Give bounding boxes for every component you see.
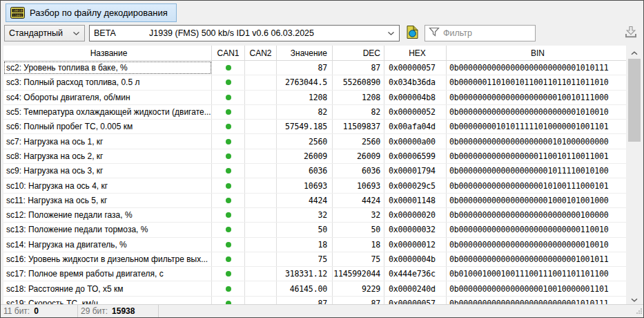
chevron-down-icon <box>67 31 80 36</box>
can1-indicator <box>212 105 245 119</box>
filter-box <box>425 25 536 41</box>
cell-value: 75 <box>277 252 333 266</box>
can2-indicator <box>245 267 277 281</box>
cell-dec: 18 <box>333 238 384 252</box>
cell-name: sc10: Нагрузка на ось 4, кг <box>3 178 212 192</box>
cell-hex: 0x00000032 <box>384 223 447 236</box>
cell-hex: 0x000029c5 <box>384 178 447 192</box>
col-header-value[interactable]: Значение <box>277 46 333 60</box>
scroll-up-button[interactable] <box>627 46 642 57</box>
scroll-down-button[interactable] <box>627 292 642 304</box>
green-dot-icon <box>226 212 231 218</box>
cell-dec: 82 <box>333 105 384 119</box>
green-dot-icon <box>226 286 231 292</box>
table-area: Название CAN1 CAN2 Значение DEC HEX BIN … <box>3 46 642 304</box>
table-row[interactable]: sc17: Полное время работы двигателя, с31… <box>3 267 626 281</box>
green-dot-icon <box>226 80 231 85</box>
cell-hex: 0x00001148 <box>384 194 447 207</box>
green-dot-icon <box>226 65 231 71</box>
can2-indicator <box>245 164 277 178</box>
can2-indicator <box>245 91 277 104</box>
col-header-hex[interactable]: HEX <box>384 46 447 60</box>
scrollbar-track[interactable] <box>627 57 642 292</box>
can1-indicator <box>212 223 245 236</box>
green-dot-icon <box>226 198 231 203</box>
col-header-bin[interactable]: BIN <box>447 46 626 60</box>
cell-name: sc8: Нагрузка на ось 2, кг <box>3 149 212 163</box>
resize-grip-icon[interactable] <box>635 307 643 317</box>
green-dot-icon <box>226 271 231 277</box>
cell-value: 1208 <box>277 91 333 104</box>
cell-hex: 0x000004b8 <box>384 91 447 104</box>
export-button[interactable] <box>623 25 639 41</box>
cell-value: 87 <box>277 61 333 75</box>
profile-select[interactable]: Стандартный <box>4 25 85 41</box>
table-row[interactable]: sc2: Уровень топлива в баке, %87870x0000… <box>3 61 626 75</box>
can1-indicator <box>212 61 245 75</box>
tab-bar: 10010 11001 Разбор по файлу декодировани… <box>1 1 643 22</box>
table-row[interactable]: sc4: Обороты двигателя, об/мин120812080x… <box>3 91 626 105</box>
cell-bin: 0b00000000000000000000000001010111 <box>447 297 626 304</box>
decoder-select[interactable]: BETA J1939 (FMS) 500 kb/s ID1 v0.6 06.03… <box>89 25 400 41</box>
profile-select-value: Стандартный <box>9 28 63 38</box>
cell-hex: 0x00000057 <box>384 61 447 75</box>
col-header-can1[interactable]: CAN1 <box>212 46 245 60</box>
cell-name: sc14: Нагрузка на двигатель, % <box>3 238 212 252</box>
col-header-can2[interactable]: CAN2 <box>245 46 277 60</box>
cell-hex: 0x00001794 <box>384 164 447 178</box>
cell-hex: 0x00afa04d <box>384 120 447 133</box>
chevron-down-icon <box>631 292 638 305</box>
green-dot-icon <box>226 95 231 100</box>
can2-indicator <box>245 149 277 163</box>
can1-indicator <box>212 267 245 281</box>
filter-input[interactable] <box>443 28 532 38</box>
cell-dec: 75 <box>333 252 384 266</box>
file-record-icon <box>406 25 419 42</box>
vertical-scrollbar <box>627 46 642 304</box>
cell-bin: 0b00000000000000000000000001010010 <box>447 105 626 119</box>
cell-dec: 4424 <box>333 194 384 207</box>
cell-bin: 0b00000000000000000000010010111000 <box>447 91 626 104</box>
tab-decode-file[interactable]: 10010 11001 Разбор по файлу декодировани… <box>6 3 177 22</box>
can1-indicator <box>212 281 245 295</box>
cell-value: 2763044.5 <box>277 75 333 89</box>
cell-hex: 0x00000012 <box>384 238 447 252</box>
table-row[interactable]: sc9: Нагрузка на ось 3, кг603660360x0000… <box>3 164 626 178</box>
binary-file-icon: 10010 11001 <box>10 7 25 19</box>
cell-bin: 0b00000000000000000001000101001000 <box>447 194 626 207</box>
cell-value: 82 <box>277 105 333 119</box>
table-row[interactable]: sc8: Нагрузка на ось 2, кг26009260090x00… <box>3 149 626 164</box>
cell-bin: 0b00000000101011111010000001001101 <box>447 120 626 133</box>
table-row[interactable]: sc14: Нагрузка на двигатель, %18180x0000… <box>3 238 626 252</box>
table-row[interactable]: sc19: Скорость ТС, км/ч87870x000000570b0… <box>3 297 626 304</box>
app-window: 10010 11001 Разбор по файлу декодировани… <box>0 0 644 318</box>
table-row[interactable]: sc10: Нагрузка на ось 4, кг10693106930x0… <box>3 178 626 193</box>
table-row[interactable]: sc6: Полный пробег ТС, 0.005 км57549.185… <box>3 120 626 134</box>
table-row[interactable]: sc12: Положение педали газа, %32320x0000… <box>3 208 626 223</box>
green-dot-icon <box>226 124 231 129</box>
green-dot-icon <box>226 242 231 247</box>
cell-name: sc3: Полный расход топлива, 0.5 л <box>3 75 212 89</box>
table-row[interactable]: sc3: Полный расход топлива, 0.5 л2763044… <box>3 75 626 90</box>
cell-dec: 10693 <box>333 178 384 192</box>
col-header-dec[interactable]: DEC <box>333 46 384 60</box>
open-decode-file-button[interactable] <box>404 25 420 41</box>
can2-indicator <box>245 178 277 192</box>
table-row[interactable]: sc16: Уровень жидкости в дизельном фильт… <box>3 252 626 267</box>
col-header-name[interactable]: Название <box>3 46 212 60</box>
scrollbar-thumb[interactable] <box>628 59 641 142</box>
cell-hex: 0x0000004b <box>384 252 447 266</box>
chevron-up-icon <box>631 46 638 58</box>
cell-dec: 1208 <box>333 91 384 104</box>
can2-indicator <box>245 194 277 207</box>
table-row[interactable]: sc18: Расстояние до ТО, х5 км46145.00922… <box>3 281 626 296</box>
can1-indicator <box>212 164 245 178</box>
cell-hex: 0x0000240d <box>384 281 447 295</box>
table-row[interactable]: sc7: Нагрузка на ось 1, кг256025600x0000… <box>3 134 626 149</box>
table-row[interactable]: sc5: Температура охлаждающей жидкости (д… <box>3 105 626 120</box>
table-row[interactable]: sc13: Положение педали тормоза, %50500x0… <box>3 223 626 237</box>
table-body: sc2: Уровень топлива в баке, %87870x0000… <box>3 61 626 304</box>
table-row[interactable]: sc11: Нагрузка на ось 5, кг442444240x000… <box>3 194 626 208</box>
cell-hex: 0x444e736c <box>384 267 447 281</box>
toolbar: Стандартный BETA J1939 (FMS) 500 kb/s ID… <box>1 22 643 44</box>
